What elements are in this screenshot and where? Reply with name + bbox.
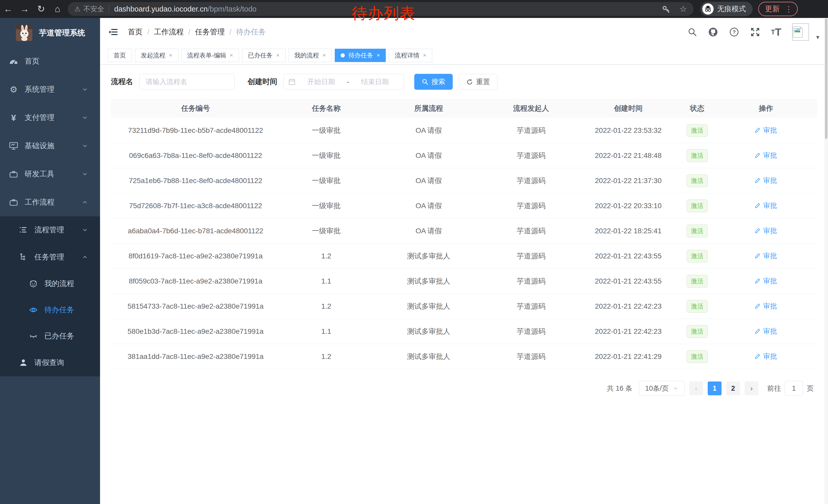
process-name-input[interactable] xyxy=(139,74,235,90)
tab-home[interactable]: 首页 xyxy=(108,49,132,62)
approve-link[interactable]: 审批 xyxy=(755,126,777,135)
tab-process-detail[interactable]: 流程详情× xyxy=(389,49,432,62)
sidebar-item-done-tasks[interactable]: 已办任务 xyxy=(0,323,100,349)
breadcrumb-home[interactable]: 首页 xyxy=(128,27,142,37)
prev-page-button[interactable]: ‹ xyxy=(689,381,703,395)
sidebar-item-payment[interactable]: ¥ 支付管理 xyxy=(0,103,100,132)
browser-update-button[interactable]: 更新 ⋮ xyxy=(758,2,798,16)
table-row: 580e1b3d-7ac8-11ec-a9e2-a2380e71991a 1.1… xyxy=(111,319,817,344)
date-range-picker[interactable]: 开始日期 - 结束日期 xyxy=(283,74,404,90)
scrollbar-thumb[interactable] xyxy=(825,18,827,139)
briefcase-icon xyxy=(9,170,18,178)
calendar-icon xyxy=(288,78,295,85)
page-button-2[interactable]: 2 xyxy=(726,381,740,395)
approve-link[interactable]: 审批 xyxy=(755,176,777,185)
breadcrumb: 首页 / 工作流程 / 任务管理 / 待办任务 xyxy=(128,27,266,37)
table-row: 75d72608-7b7f-11ec-a3c8-acde48001122 一级审… xyxy=(111,193,817,218)
sidebar-item-my-process[interactable]: 我的流程 xyxy=(0,271,100,297)
search-button[interactable]: 搜索 xyxy=(414,74,453,90)
close-icon[interactable]: × xyxy=(276,52,280,59)
approve-link[interactable]: 审批 xyxy=(755,352,777,361)
table-row: 8f0d1619-7ac8-11ec-a9e2-a2380e71991a 1.2… xyxy=(111,243,817,269)
avatar-caret-icon[interactable]: ▾ xyxy=(816,34,819,41)
approve-link[interactable]: 审批 xyxy=(755,302,777,311)
sidebar: 芋道管理系统 首页 ⚙ 系统管理 ¥ 支付管理 基础设施 xyxy=(0,18,100,504)
chevron-down-icon xyxy=(82,142,88,149)
fullscreen-icon[interactable] xyxy=(750,27,760,37)
status-badge: 激活 xyxy=(687,300,708,313)
warning-icon: ⚠ xyxy=(74,5,80,13)
table-row: 8f059c03-7ac8-11ec-a9e2-a2380e71991a 1.1… xyxy=(111,269,817,294)
github-icon[interactable] xyxy=(708,27,718,37)
table-row: 069c6a63-7b8a-11ec-8ef0-acde48001122 一级审… xyxy=(111,143,817,168)
sidebar-item-home[interactable]: 首页 xyxy=(0,47,100,75)
sidebar-item-devtools[interactable]: 研发工具 xyxy=(0,160,100,188)
browser-home-icon[interactable]: ⌂ xyxy=(49,4,66,14)
briefcase-icon xyxy=(9,198,18,207)
close-icon[interactable]: × xyxy=(230,52,233,59)
app-title: 芋道管理系统 xyxy=(39,28,85,38)
end-date-placeholder[interactable]: 结束日期 xyxy=(351,77,399,86)
tab-todo-tasks[interactable]: 待办任务× xyxy=(335,49,386,62)
close-icon[interactable]: × xyxy=(323,52,326,59)
next-page-button[interactable]: › xyxy=(745,381,758,395)
approve-link[interactable]: 审批 xyxy=(755,151,777,160)
security-label[interactable]: 不安全 xyxy=(83,4,104,13)
approve-link[interactable]: 审批 xyxy=(755,276,777,286)
tree-icon xyxy=(18,253,28,261)
sidebar-item-workflow[interactable]: 工作流程 xyxy=(0,188,100,216)
sidebar-item-todo-tasks[interactable]: 待办任务 xyxy=(0,297,100,323)
status-badge: 激活 xyxy=(687,174,708,187)
search-icon[interactable] xyxy=(688,27,697,37)
browser-back-icon[interactable]: ← xyxy=(0,4,16,14)
tags-view-bar: 首页 发起流程× 流程表单-编辑× 已办任务× 我的流程× 待办任务× 流程详情… xyxy=(100,46,828,64)
goto-page-input[interactable] xyxy=(785,381,803,396)
chevron-up-icon xyxy=(82,254,88,261)
chevron-down-icon xyxy=(82,86,88,93)
page-size-select[interactable]: 10条/页 xyxy=(639,381,685,396)
bookmark-star-icon[interactable]: ☆ xyxy=(679,4,687,14)
app-logo-row[interactable]: 芋道管理系统 xyxy=(0,18,100,47)
status-badge: 激活 xyxy=(687,250,708,263)
password-key-icon[interactable] xyxy=(662,5,671,13)
status-badge: 激活 xyxy=(687,199,708,212)
font-size-icon[interactable]: TT xyxy=(771,27,781,37)
breadcrumb-workflow[interactable]: 工作流程 xyxy=(154,27,184,37)
sidebar-item-infrastructure[interactable]: 基础设施 xyxy=(0,132,100,160)
browser-menu-icon[interactable]: ⋮ xyxy=(785,5,793,13)
browser-reload-icon[interactable]: ↻ xyxy=(33,4,49,14)
status-badge: 激活 xyxy=(687,225,708,237)
tab-start-process[interactable]: 发起流程× xyxy=(135,49,178,62)
process-name-label: 流程名 xyxy=(111,77,133,87)
sidebar-fold-icon[interactable] xyxy=(108,28,119,36)
avatar[interactable] xyxy=(792,23,809,41)
status-badge: 激活 xyxy=(687,275,708,288)
approve-link[interactable]: 审批 xyxy=(755,251,777,261)
approve-link[interactable]: 审批 xyxy=(755,327,777,336)
reset-button[interactable]: 重置 xyxy=(459,74,497,90)
help-icon[interactable]: ? xyxy=(729,27,739,37)
start-date-placeholder[interactable]: 开始日期 xyxy=(297,77,345,86)
sidebar-item-task-management[interactable]: 任务管理 xyxy=(0,243,100,271)
incognito-icon xyxy=(702,3,714,15)
pagination: 共 16 条 10条/页 ‹ 1 2 › 前往 页 xyxy=(100,381,814,396)
sidebar-item-system[interactable]: ⚙ 系统管理 xyxy=(0,75,100,103)
tab-my-process[interactable]: 我的流程× xyxy=(289,49,332,62)
page-scrollbar[interactable] xyxy=(824,18,828,504)
approve-link[interactable]: 审批 xyxy=(755,226,777,235)
close-icon[interactable]: × xyxy=(377,52,380,59)
close-icon[interactable]: × xyxy=(169,52,172,59)
browser-forward-icon[interactable]: → xyxy=(16,4,33,14)
table-row: 725a1eb6-7b88-11ec-8ef0-acde48001122 一级审… xyxy=(111,168,817,193)
tab-done-tasks[interactable]: 已办任务× xyxy=(242,49,286,62)
tab-process-form-edit[interactable]: 流程表单-编辑× xyxy=(181,49,239,62)
sidebar-item-process-management[interactable]: 流程管理 xyxy=(0,216,100,243)
sidebar-item-leave-query[interactable]: 请假查询 xyxy=(0,349,100,376)
close-icon[interactable]: × xyxy=(423,52,426,59)
approve-link[interactable]: 审批 xyxy=(755,201,777,210)
chevron-down-icon xyxy=(82,227,88,233)
breadcrumb-task-management[interactable]: 任务管理 xyxy=(195,27,225,37)
yen-icon: ¥ xyxy=(9,113,18,123)
page-button-1[interactable]: 1 xyxy=(708,381,721,395)
table-row: 73211d9d-7b9b-11ec-b5b7-acde48001122 一级审… xyxy=(111,118,817,143)
